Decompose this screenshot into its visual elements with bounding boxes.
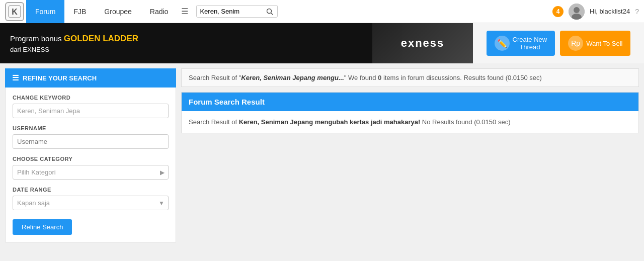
search-area [196, 5, 278, 18]
category-select[interactable]: Pilih Kategori General News Tech [13, 165, 169, 180]
banner-logo: exness [372, 23, 473, 63]
banner-prefix: Program bonus [10, 34, 64, 43]
search-info-suffix: " We found [344, 74, 378, 81]
logo-area: K [5, 2, 24, 21]
date-label: DATE RANGE [13, 187, 169, 193]
sell-label: Want To Sell [586, 40, 622, 47]
banner-line1: Program bonus GOLDEN LADDER [10, 34, 362, 44]
banner-logo-text: exness [401, 37, 445, 50]
result-title: Forum Search Result [182, 93, 638, 111]
category-label: CHOOSE CATEGORY [13, 156, 169, 162]
svg-line-3 [271, 13, 273, 15]
nav-tab-groupee[interactable]: Groupee [95, 0, 140, 23]
nav-right: 4 Hi, blacklist24 ? [552, 4, 639, 20]
search-icon [266, 8, 273, 15]
avatar [569, 4, 585, 20]
username-input[interactable] [13, 134, 169, 149]
date-select[interactable]: Kapan saja Hari ini Minggu ini Bulan ini [13, 196, 169, 210]
result-text: Search Result of Keren, Seniman Jepang m… [189, 118, 631, 126]
search-input[interactable] [197, 6, 262, 17]
search-submit-button[interactable] [262, 6, 277, 17]
hi-text: Hi, blacklist24 [590, 8, 630, 15]
search-info-postfix: items in forum discussions. Results foun… [381, 74, 542, 81]
site-logo: K [5, 2, 24, 21]
help-icon[interactable]: ? [635, 8, 639, 16]
forum-result-box: Forum Search Result Search Result of Ker… [181, 92, 639, 133]
nav-tab-forum[interactable]: Forum [26, 0, 64, 23]
banner-buttons: ✏️ Create NewThread Rp Want To Sell [473, 23, 644, 63]
sidebar: ☰ REFINE YOUR SEARCH CHANGE KEYWORD USER… [5, 68, 176, 242]
search-info-bar: Search Result of "Keren, Seniman Jepang … [181, 68, 639, 87]
list-icon-button[interactable]: ☰ [177, 5, 192, 18]
result-area: Search Result of "Keren, Seniman Jepang … [181, 68, 639, 242]
nav-tab-fjb[interactable]: FJB [64, 0, 95, 23]
create-thread-label: Create NewThread [513, 36, 547, 51]
svg-point-5 [574, 7, 580, 13]
username-label: USERNAME [13, 125, 169, 131]
refine-search-button[interactable]: Refine Search [13, 219, 72, 235]
main-content: ☰ REFINE YOUR SEARCH CHANGE KEYWORD USER… [0, 63, 644, 247]
banner-text-area: Program bonus GOLDEN LADDER dari EXNESS [0, 23, 372, 63]
banner-line2: dari EXNESS [10, 46, 362, 53]
want-to-sell-button[interactable]: Rp Want To Sell [560, 31, 630, 56]
result-body: Search Result of Keren, Seniman Jepang m… [182, 111, 638, 133]
pencil-icon: ✏️ [495, 36, 510, 51]
list-icon: ☰ [12, 73, 19, 82]
result-suffix: No Results found (0.0150 sec) [420, 118, 510, 126]
search-info-prefix: Search Result of " [189, 74, 241, 81]
banner-golden-text: GOLDEN LADDER [64, 34, 138, 43]
date-select-wrapper: Kapan saja Hari ini Minggu ini Bulan ini… [13, 196, 169, 210]
result-keyword-bold: Keren, Seniman Jepang mengubah kertas ja… [239, 118, 421, 126]
keyword-input[interactable] [13, 104, 169, 118]
nav-tab-radio[interactable]: Radio [141, 0, 178, 23]
search-info-keyword: Keren, Seniman Jepang mengu... [241, 74, 344, 81]
category-select-wrapper: Pilih Kategori General News Tech ▶ [13, 165, 169, 180]
create-new-thread-button[interactable]: ✏️ Create NewThread [487, 31, 555, 56]
refine-header: ☰ REFINE YOUR SEARCH [5, 68, 176, 88]
avatar-icon [569, 4, 585, 20]
navbar: K Forum FJB Groupee Radio ☰ 4 Hi, blackl… [0, 0, 644, 23]
keyword-label: CHANGE KEYWORD [13, 95, 169, 101]
svg-text:K: K [12, 8, 18, 16]
rp-icon: Rp [568, 36, 583, 51]
notification-badge[interactable]: 4 [552, 6, 564, 17]
logo-icon: K [8, 5, 22, 19]
refine-body: CHANGE KEYWORD USERNAME CHOOSE CATEGORY … [5, 88, 176, 242]
banner: Program bonus GOLDEN LADDER dari EXNESS … [0, 23, 644, 63]
refine-title: REFINE YOUR SEARCH [23, 74, 97, 82]
result-prefix: Search Result of [189, 118, 239, 126]
